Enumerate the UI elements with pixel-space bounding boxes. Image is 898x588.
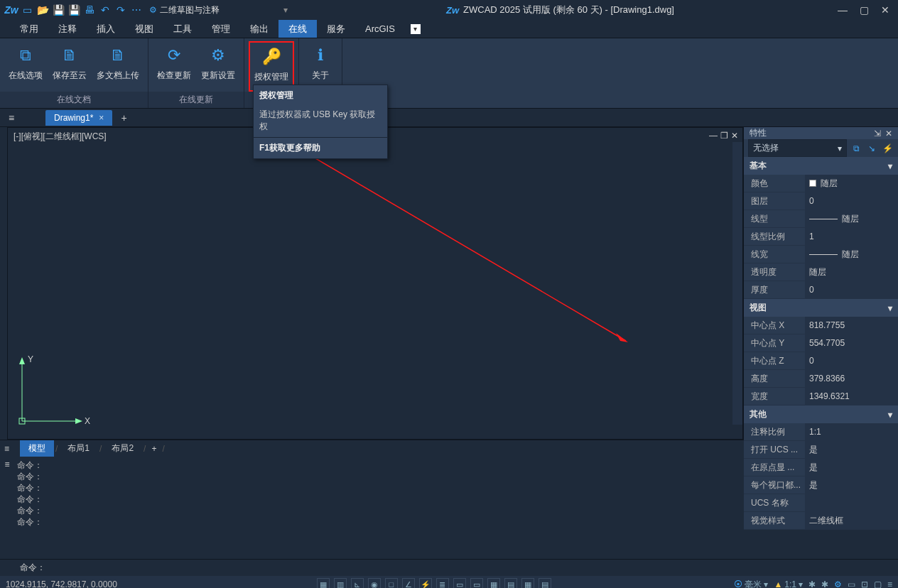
property-value[interactable]: 0: [805, 192, 898, 209]
ribbon-tab[interactable]: 在线: [278, 20, 317, 38]
property-value[interactable]: 是: [805, 441, 898, 458]
ribbon-tab[interactable]: 输出: [240, 20, 278, 38]
ribbon-button[interactable]: ⚙更新设置: [197, 41, 239, 92]
property-value[interactable]: 379.8366: [805, 370, 898, 387]
tpy-toggle-icon[interactable]: ▦: [487, 578, 500, 588]
snap-toggle-icon[interactable]: ▥: [334, 578, 347, 588]
property-value[interactable]: 1349.6321: [805, 388, 898, 405]
hamburger-icon[interactable]: ≡: [0, 457, 14, 559]
property-row[interactable]: 颜色随层: [744, 175, 898, 192]
property-value[interactable]: 随层: [805, 210, 898, 227]
ribbon-tab[interactable]: 服务: [317, 20, 355, 38]
ribbon-tab[interactable]: 视图: [125, 20, 163, 38]
property-row[interactable]: 中心点 Y554.7705: [744, 334, 898, 352]
osnap-toggle-icon[interactable]: □: [385, 578, 398, 588]
property-row[interactable]: 高度379.8366: [744, 370, 898, 388]
property-value[interactable]: 0: [805, 352, 898, 369]
qat-more-icon[interactable]: ⋯: [129, 3, 144, 17]
property-row[interactable]: 中心点 Z0: [744, 352, 898, 370]
isolate-icon[interactable]: ⊡: [861, 579, 868, 588]
workspace-icon[interactable]: ⚙: [834, 579, 842, 588]
lwt-toggle-icon[interactable]: ⚡: [419, 578, 432, 588]
toggle-pickadd-icon[interactable]: ⧉: [850, 142, 862, 155]
viewport-label[interactable]: [-][俯视][二维线框][WCS]: [13, 131, 107, 143]
close-icon[interactable]: ✕: [885, 129, 892, 138]
property-row[interactable]: 图层0: [744, 192, 898, 210]
iso-toggle-icon[interactable]: ▤: [504, 578, 517, 588]
qat-undo-icon[interactable]: ↶: [98, 3, 112, 17]
quick-select-icon[interactable]: ⚡: [881, 142, 894, 155]
property-value[interactable]: 随层: [805, 246, 898, 263]
property-row[interactable]: 厚度0: [744, 281, 898, 299]
qat-open-icon[interactable]: 📂: [36, 3, 50, 17]
hamburger-icon[interactable]: ≡: [4, 112, 18, 124]
layout-tab[interactable]: 布局1: [59, 440, 98, 457]
hardware-icon[interactable]: ▭: [848, 579, 855, 588]
ribbon-button[interactable]: ⧉在线选项: [4, 41, 47, 92]
property-row[interactable]: 线宽随层: [744, 246, 898, 263]
model-toggle-icon[interactable]: ▭: [453, 578, 466, 588]
ribbon-tab[interactable]: ArcGIS: [355, 20, 405, 38]
property-value[interactable]: 818.7755: [805, 317, 898, 334]
property-row[interactable]: 透明度随层: [744, 263, 898, 281]
layout-tab[interactable]: 布局2: [103, 440, 142, 457]
ribbon-tab[interactable]: 插入: [87, 20, 125, 38]
vp-close-icon[interactable]: ✕: [731, 131, 738, 141]
property-row[interactable]: 中心点 X818.7755: [744, 317, 898, 334]
annovis-icon[interactable]: ✱: [821, 579, 828, 588]
maximize-button[interactable]: ▢: [854, 3, 874, 17]
document-tab[interactable]: Drawing1* ×: [45, 110, 112, 126]
grid-toggle-icon[interactable]: ▦: [317, 578, 330, 588]
property-value[interactable]: 随层: [805, 175, 898, 192]
qat-redo-icon[interactable]: ↷: [114, 3, 128, 17]
ribbon-tab[interactable]: 管理: [202, 20, 240, 38]
property-value[interactable]: 随层: [805, 263, 898, 281]
vp-minimize-icon[interactable]: —: [709, 131, 718, 141]
property-value[interactable]: 1:1: [805, 423, 898, 440]
property-row[interactable]: 注释比例1:1: [744, 423, 898, 441]
vp-restore-icon[interactable]: ❐: [720, 131, 728, 141]
qat-save-icon[interactable]: 💾: [51, 3, 65, 17]
property-row[interactable]: 线型随层: [744, 210, 898, 228]
dock-icon[interactable]: ⇲: [874, 129, 881, 138]
ribbon-button[interactable]: 🗎保存至云: [48, 41, 91, 92]
minimize-button[interactable]: —: [833, 3, 853, 17]
property-section-header[interactable]: 视图▾: [744, 299, 898, 317]
qat-new-icon[interactable]: ▭: [20, 3, 34, 17]
hamburger-icon[interactable]: ≡: [4, 444, 18, 454]
ribbon-tab[interactable]: 工具: [163, 20, 202, 38]
cycle-toggle-icon[interactable]: ▭: [470, 578, 483, 588]
property-value[interactable]: 554.7705: [805, 334, 898, 352]
vertical-scrollbar[interactable]: [732, 142, 742, 425]
selection-dropdown[interactable]: 无选择 ▾: [748, 139, 847, 157]
new-tab-button[interactable]: +: [115, 112, 132, 124]
qp-toggle-icon[interactable]: ▦: [521, 578, 534, 588]
ribbon-tab[interactable]: 注释: [48, 20, 87, 38]
annotation-scale[interactable]: ▲1:1▾: [774, 579, 803, 588]
property-section-header[interactable]: 其他▾: [744, 405, 898, 423]
ribbon-button[interactable]: ⟳检查更新: [153, 41, 195, 92]
polar-toggle-icon[interactable]: ◉: [368, 578, 381, 588]
coordinates-readout[interactable]: 1024.9115, 742.9817, 0.0000: [6, 579, 134, 588]
ortho-toggle-icon[interactable]: ⊾: [351, 578, 364, 588]
ribbon-tab[interactable]: 常用: [10, 20, 48, 38]
workspace-switcher[interactable]: ⚙ 二维草图与注释 ▾: [149, 4, 288, 16]
add-layout-button[interactable]: +: [147, 444, 161, 454]
qat-saveas-icon[interactable]: 💾: [67, 3, 81, 17]
select-objects-icon[interactable]: ↘: [865, 142, 878, 155]
annoscale-icon[interactable]: ✱: [808, 579, 816, 588]
sc-toggle-icon[interactable]: ▤: [539, 578, 551, 588]
property-value[interactable]: 0: [805, 281, 898, 298]
property-section-header[interactable]: 基本▾: [744, 157, 898, 175]
close-icon[interactable]: ×: [99, 113, 104, 123]
property-row[interactable]: 线型比例1: [744, 228, 898, 246]
layout-tab[interactable]: 模型: [20, 440, 54, 457]
close-button[interactable]: ✕: [875, 3, 895, 17]
property-row[interactable]: 宽度1349.6321: [744, 388, 898, 405]
clean-icon[interactable]: ▢: [874, 579, 882, 588]
customize-icon[interactable]: ≡: [887, 579, 892, 588]
property-value[interactable]: 1: [805, 228, 898, 245]
otrack-toggle-icon[interactable]: ∠: [402, 578, 415, 588]
ribbon-extra-icon[interactable]: ▾: [411, 20, 421, 38]
ribbon-button[interactable]: 🗎多文档上传: [92, 41, 144, 92]
